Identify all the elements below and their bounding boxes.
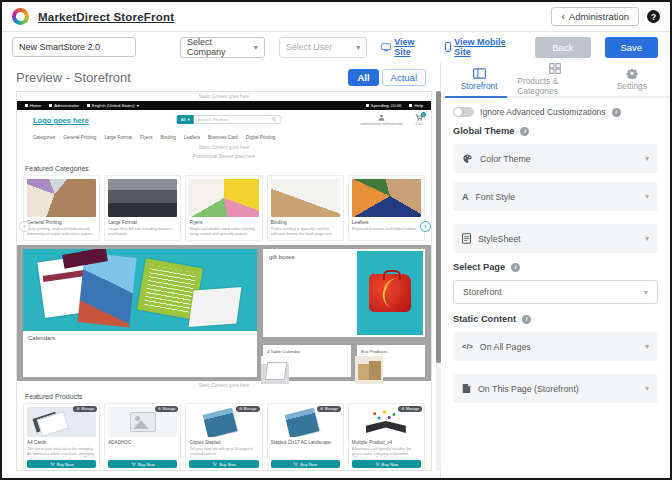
cart-icon [375, 462, 380, 466]
gift-boxes-card[interactable]: gift boxes [263, 249, 425, 337]
product-title: A4 Cards [27, 440, 96, 445]
wallet-icon [366, 104, 369, 107]
product-card[interactable]: ⚙Manage Multiple Product_v4 A business c… [348, 403, 425, 471]
eco-products-card[interactable]: Eco Products [357, 345, 425, 377]
scrollbar-thumb[interactable] [436, 91, 441, 363]
nav-item-digital-printing[interactable]: Digital Printing [246, 135, 276, 140]
stylesheet-label: StyleSheet [478, 234, 638, 244]
tab-storefront[interactable]: Storefront [441, 62, 517, 96]
buy-now-button[interactable]: Buy Now [271, 460, 340, 468]
topbar-home-link[interactable]: Home [25, 103, 41, 108]
nav-item-leaflets[interactable]: Leaflets [184, 135, 200, 140]
account-menu[interactable]: administrator administrator [360, 114, 403, 126]
gear-icon: ⚙ [76, 407, 79, 411]
nav-item-large-format[interactable]: Large Format [104, 135, 132, 140]
category-card[interactable]: Large Format Larger than A3 size includi… [104, 175, 181, 241]
preview-scrollbar[interactable] [436, 91, 441, 471]
font-style-accordion[interactable]: A Font Style ▾ [453, 182, 658, 211]
nav-item-binding[interactable]: Binding [161, 135, 176, 140]
administration-button[interactable]: ‹ Administration [551, 7, 639, 26]
buy-now-button[interactable]: Buy Now [27, 460, 96, 468]
featured-products-row: ⚙Manage A4 Cards The use of card stock t… [17, 403, 431, 471]
nav-item-categories[interactable]: Categories [33, 135, 55, 140]
select-company-dropdown[interactable]: Select Company ▾ [180, 37, 265, 58]
category-card[interactable]: General Printing Basic printing, duplica… [23, 175, 100, 241]
preview-zoom-actual-button[interactable]: Actual [382, 69, 426, 86]
chevron-down-icon: ▾ [645, 192, 649, 201]
manage-badge[interactable]: ⚙Manage [236, 406, 260, 412]
info-icon[interactable]: i [511, 263, 520, 272]
back-chevron-icon: ‹ [561, 12, 564, 22]
topbar-spending: Spending: £0.00 [366, 103, 402, 108]
back-button[interactable]: Back [535, 37, 590, 58]
preview-pane: Preview - Storefront All Actual Static C… [2, 62, 440, 478]
product-card[interactable]: ⚙Manage Copies Stapled Tell your copy jo… [185, 403, 262, 471]
product-desc: A business card typically includes the g… [352, 447, 421, 457]
stylesheet-accordion[interactable]: StyleSheet ▾ [453, 224, 658, 253]
table-calendar-card[interactable]: 4 Table Calendar [263, 345, 351, 377]
view-site-link[interactable]: View Site [381, 37, 431, 57]
info-icon[interactable]: i [520, 127, 529, 136]
tab-label: Storefront [461, 81, 498, 91]
ignore-customizations-toggle[interactable] [453, 107, 474, 117]
administration-label: Administration [569, 11, 629, 22]
category-image [189, 179, 258, 217]
manage-badge[interactable]: ⚙Manage [317, 406, 341, 412]
topbar-help-link[interactable]: Help [409, 103, 423, 108]
cart-button[interactable]: 0 Cart [415, 114, 423, 126]
buy-now-button[interactable]: Buy Now [352, 460, 421, 468]
preview-zoom-all-button[interactable]: All [348, 69, 378, 86]
monitor-icon [381, 43, 391, 52]
gear-icon: ⚙ [401, 407, 404, 411]
chevron-down-icon: ▾ [188, 117, 190, 122]
category-card[interactable]: Binding Perfect binding is typically use… [267, 175, 344, 241]
buy-now-button[interactable]: Buy Now [189, 460, 258, 468]
nav-item-business-card[interactable]: Business Card [208, 135, 238, 140]
view-mobile-site-link[interactable]: View Mobile Site [445, 37, 521, 57]
nav-item-general-printing[interactable]: General Printing [63, 135, 96, 140]
gear-icon: ⚙ [320, 407, 323, 411]
info-icon[interactable]: i [522, 315, 531, 324]
on-this-page-label: On This Page (Storefront) [478, 384, 638, 394]
gift-boxes-image [357, 251, 423, 335]
product-title: Copies Stapled [189, 440, 258, 445]
tab-settings[interactable]: Settings [594, 62, 670, 96]
help-icon [409, 104, 412, 107]
carousel-next-button[interactable]: › [420, 221, 431, 232]
phone-icon [445, 42, 451, 52]
topbar-language-dropdown[interactable]: English (United States)▾ [87, 103, 139, 108]
topbar-administrator-link[interactable]: Administrator [49, 103, 79, 108]
color-theme-accordion[interactable]: Color Theme ▾ [453, 144, 658, 173]
help-icon[interactable]: ? [647, 10, 660, 23]
tab-products-categories[interactable]: Products & Categories [517, 62, 593, 96]
product-card[interactable]: ⚙Manage A4 Cards The use of card stock t… [23, 403, 100, 471]
product-card[interactable]: ⚙Manage ADADHOC Buy Now [104, 403, 181, 471]
search-input[interactable]: Search Product [194, 115, 282, 124]
manage-badge[interactable]: ⚙Manage [155, 406, 179, 412]
search-scope-dropdown[interactable]: All ▾ [177, 115, 194, 124]
cart-icon [293, 462, 298, 466]
manage-badge[interactable]: ⚙Manage [73, 406, 97, 412]
category-card[interactable]: Flyers Single and double sided colour pr… [185, 175, 262, 241]
search-placeholder: Search Product [198, 117, 228, 122]
on-this-page-accordion[interactable]: On This Page (Storefront) ▾ [453, 374, 658, 403]
buy-now-button[interactable]: Buy Now [108, 460, 177, 468]
carousel-prev-button[interactable]: ‹ [19, 221, 30, 232]
home-icon [25, 104, 28, 107]
nav-item-flyers[interactable]: Flyers [140, 135, 153, 140]
storefront-logo-link[interactable]: Logo goes here [33, 116, 89, 125]
select-user-dropdown[interactable]: Select User ▾ [279, 37, 368, 58]
page-icon [462, 383, 471, 394]
manage-badge[interactable]: ⚙Manage [398, 406, 422, 412]
product-card[interactable]: ⚙Manage Stapled 11x17 AC Landscape Buy N… [267, 403, 344, 471]
calendars-card[interactable]: Calendars [23, 249, 257, 377]
info-icon[interactable]: i [612, 108, 621, 117]
store-name-input[interactable] [12, 37, 136, 57]
user-icon [49, 104, 52, 107]
category-card[interactable]: Leaflets Engraved business and folded le… [348, 175, 425, 241]
select-page-dropdown[interactable]: Storefront ▾ [453, 280, 658, 304]
save-button[interactable]: Save [605, 37, 659, 58]
featured-categories-row: ‹ General Printing Basic printing, dupli… [17, 175, 431, 241]
on-all-pages-accordion[interactable]: </> On All Pages ▾ [453, 332, 658, 361]
settings-panel: Storefront Products & Categories Setting… [440, 62, 670, 478]
